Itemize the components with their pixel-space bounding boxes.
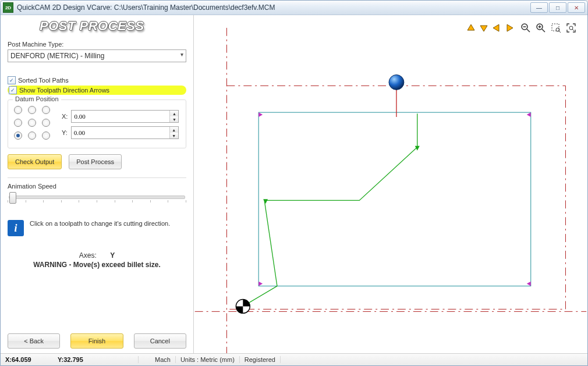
x-label: X: xyxy=(62,113,68,120)
info-icon: i xyxy=(8,220,24,236)
datum-radio-mc[interactable] xyxy=(28,119,36,127)
datum-radio-tr[interactable] xyxy=(42,106,50,114)
title-bar: 2D QuickCAM 2D Design VCarve: C:\Users\T… xyxy=(1,1,587,15)
svg-marker-19 xyxy=(263,199,268,204)
cancel-button[interactable]: Cancel xyxy=(134,333,186,349)
status-units: Units : Metric (mm) xyxy=(176,356,240,363)
back-button[interactable]: < Back xyxy=(8,333,60,349)
status-registered: Registered xyxy=(240,356,281,363)
x-spinner[interactable]: ▲▼ xyxy=(71,110,179,123)
slider-thumb[interactable] xyxy=(9,192,16,204)
page-banner: POST PROCESS xyxy=(40,20,186,33)
origin-marker xyxy=(236,299,250,313)
info-text: Click on a toolpath to change it's cutti… xyxy=(30,220,170,227)
y-input[interactable] xyxy=(72,127,169,138)
status-mach: Mach xyxy=(150,356,176,363)
sorted-toolpaths-row[interactable]: ✓ Sorted Tool Paths xyxy=(8,76,186,84)
datum-radio-bl[interactable] xyxy=(14,132,22,140)
svg-marker-17 xyxy=(258,282,263,286)
animation-speed-slider[interactable] xyxy=(9,196,185,199)
svg-marker-18 xyxy=(527,282,531,286)
sorted-toolpaths-label: Sorted Tool Paths xyxy=(18,77,69,84)
tool-start-marker xyxy=(389,74,404,90)
action-buttons: Check Output Post Process xyxy=(8,154,186,169)
y-up-icon[interactable]: ▲ xyxy=(170,127,178,133)
axes-value: Y xyxy=(110,251,115,260)
status-x-value: 64.059 xyxy=(12,356,31,363)
app-window: 2D QuickCAM 2D Design VCarve: C:\Users\T… xyxy=(0,0,588,366)
window-title: QuickCAM 2D Design VCarve: C:\Users\Trai… xyxy=(17,3,527,12)
maximize-button[interactable]: □ xyxy=(549,2,566,13)
status-bar: X: 64.059 Y: 32.795 Mach Units : Metric … xyxy=(1,353,587,365)
post-machine-value: DENFORD (METRIC) - Milling xyxy=(10,52,104,60)
datum-radio-bc[interactable] xyxy=(28,132,36,140)
warning-line: WARNING - Move(s) exceed billet size. xyxy=(8,261,186,269)
x-up-icon[interactable]: ▲ xyxy=(170,111,178,116)
close-button[interactable]: ✕ xyxy=(568,2,585,13)
status-coords: X: 64.059 Y: 32.795 xyxy=(1,356,139,363)
window-body: POST PROCESS Post Machine Type: DENFORD … xyxy=(1,15,587,353)
datum-radio-br[interactable] xyxy=(42,132,50,140)
check-output-button[interactable]: Check Output xyxy=(8,154,62,169)
y-down-icon[interactable]: ▼ xyxy=(170,133,178,138)
finish-button[interactable]: Finish xyxy=(70,333,123,349)
datum-radio-mr[interactable] xyxy=(42,119,50,127)
show-arrows-highlight: ✓ Show Toolpath Direction Arrows xyxy=(8,86,186,95)
status-y-value: 32.795 xyxy=(63,356,83,363)
datum-radio-ml[interactable] xyxy=(14,119,22,127)
axes-label: Axes: xyxy=(79,251,97,260)
animation-speed-label: Animation Speed xyxy=(8,183,186,190)
canvas-area[interactable] xyxy=(194,15,587,353)
minimize-button[interactable]: — xyxy=(530,2,548,13)
x-input[interactable] xyxy=(72,111,169,122)
divider xyxy=(8,177,186,178)
datum-radio-tc[interactable] xyxy=(28,106,36,114)
datum-radio-grid xyxy=(14,106,54,143)
post-machine-field: Post Machine Type: DENFORD (METRIC) - Mi… xyxy=(8,41,186,62)
wizard-buttons: < Back Finish Cancel xyxy=(8,326,186,349)
svg-marker-15 xyxy=(258,112,263,117)
datum-position-group: Datum Position xyxy=(8,100,186,148)
app-icon: 2D xyxy=(3,2,13,13)
datum-radio-tl[interactable] xyxy=(14,106,22,114)
y-label: Y: xyxy=(62,129,68,136)
status-y-label: Y: xyxy=(58,356,63,363)
y-spinner[interactable]: ▲▼ xyxy=(71,126,179,139)
show-arrows-label: Show Toolpath Direction Arrows xyxy=(19,87,109,94)
show-arrows-checkbox[interactable]: ✓ xyxy=(9,86,17,94)
status-x-label: X: xyxy=(5,356,12,363)
post-machine-combo[interactable]: DENFORD (METRIC) - Milling xyxy=(8,49,186,62)
x-down-icon[interactable]: ▼ xyxy=(170,116,178,122)
axes-line: Axes: Y xyxy=(8,251,186,260)
svg-rect-14 xyxy=(258,112,531,286)
sidebar-panel: POST PROCESS Post Machine Type: DENFORD … xyxy=(1,15,194,353)
drawing-canvas[interactable] xyxy=(194,15,587,353)
slider-ticks xyxy=(8,200,186,202)
info-row: i Click on a toolpath to change it's cut… xyxy=(8,220,186,236)
show-arrows-row[interactable]: ✓ Show Toolpath Direction Arrows xyxy=(9,86,109,94)
post-process-button[interactable]: Post Process xyxy=(69,154,122,169)
sorted-toolpaths-checkbox[interactable]: ✓ xyxy=(8,76,16,84)
datum-group-title: Datum Position xyxy=(13,95,61,102)
post-machine-label: Post Machine Type: xyxy=(8,41,186,48)
svg-marker-16 xyxy=(527,112,531,117)
window-controls: — □ ✕ xyxy=(530,2,585,13)
